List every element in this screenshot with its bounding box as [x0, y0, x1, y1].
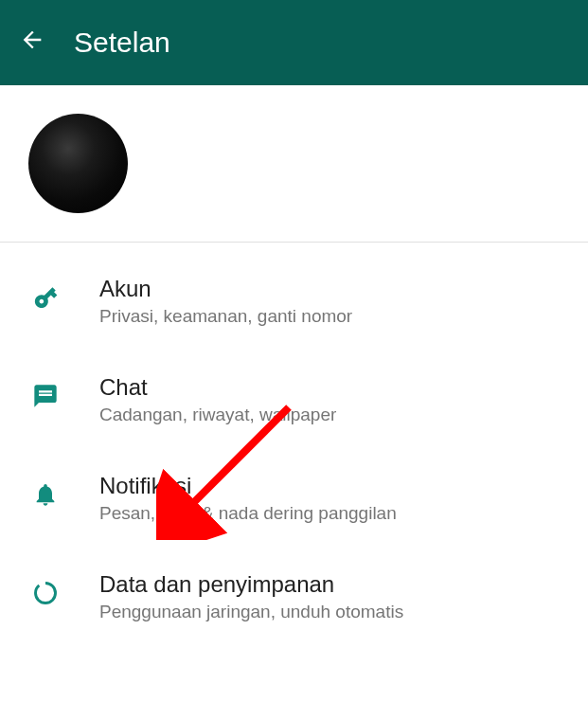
settings-menu: Akun Privasi, keamanan, ganti nomor Chat… — [0, 243, 588, 646]
key-icon — [28, 280, 62, 314]
app-header: Setelan — [0, 0, 588, 85]
menu-subtitle-akun: Privasi, keamanan, ganti nomor — [99, 306, 560, 327]
menu-subtitle-chat: Cadangan, riwayat, wallpaper — [99, 405, 560, 425]
profile-section[interactable] — [0, 85, 588, 243]
menu-title-akun: Akun — [99, 276, 560, 302]
menu-item-data[interactable]: Data dan penyimpanan Penggunaan jaringan… — [0, 548, 588, 646]
svg-point-0 — [35, 583, 55, 603]
menu-title-notifikasi: Notifikasi — [99, 473, 560, 499]
menu-text-chat: Chat Cadangan, riwayat, wallpaper — [99, 374, 560, 425]
page-title: Setelan — [74, 27, 170, 59]
menu-item-notifikasi[interactable]: Notifikasi Pesan, grup & nada dering pan… — [0, 449, 588, 548]
back-arrow-icon[interactable] — [19, 27, 45, 60]
menu-title-data: Data dan penyimpanan — [99, 571, 560, 598]
data-usage-icon — [28, 576, 62, 609]
menu-subtitle-notifikasi: Pesan, grup & nada dering panggilan — [99, 503, 560, 524]
avatar[interactable] — [28, 114, 128, 213]
menu-text-notifikasi: Notifikasi Pesan, grup & nada dering pan… — [99, 473, 560, 524]
menu-item-chat[interactable]: Chat Cadangan, riwayat, wallpaper — [0, 351, 588, 449]
menu-subtitle-data: Penggunaan jaringan, unduh otomatis — [99, 602, 560, 622]
bell-icon — [28, 477, 62, 511]
menu-title-chat: Chat — [99, 374, 560, 401]
chat-icon — [28, 379, 62, 412]
menu-text-akun: Akun Privasi, keamanan, ganti nomor — [99, 276, 560, 327]
menu-item-akun[interactable]: Akun Privasi, keamanan, ganti nomor — [0, 252, 588, 351]
menu-text-data: Data dan penyimpanan Penggunaan jaringan… — [99, 571, 560, 622]
